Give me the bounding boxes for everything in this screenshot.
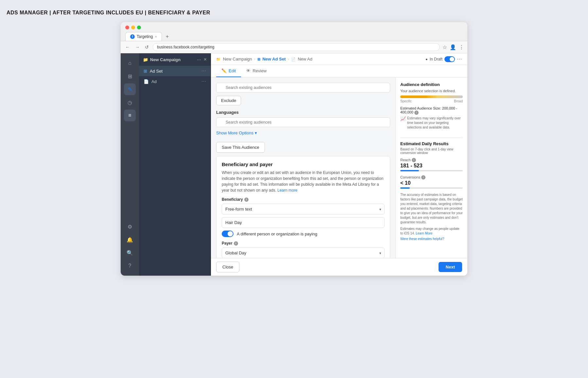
close-button[interactable]: Close (216, 262, 239, 272)
spectrum-bar (400, 95, 463, 98)
beneficiary-type-select[interactable]: Free-form text (222, 204, 385, 215)
audience-search-input[interactable] (216, 83, 390, 93)
reach-info-icon[interactable]: i (412, 158, 416, 162)
spectrum-broad: Broad (454, 99, 463, 103)
browser-dots (125, 26, 463, 29)
nav-item-adset[interactable]: ⊞ Ad Set ⋯ (139, 66, 211, 76)
reload-button[interactable]: ↺ (144, 44, 150, 50)
languages-search-input[interactable] (216, 117, 390, 127)
show-more-label: Show More Options (216, 130, 253, 135)
folder-icon: 📁 (143, 57, 148, 62)
payer-toggle-label: A different person or organization is pa… (237, 232, 317, 236)
ios-learn-more-link[interactable]: Learn More (416, 232, 432, 235)
next-button[interactable]: Next (439, 262, 462, 272)
status-text: In Draft (430, 57, 442, 61)
dot-green[interactable] (137, 26, 141, 29)
account-icon[interactable]: 👤 (450, 44, 456, 50)
payer-toggle-row: A different person or organization is pa… (222, 231, 385, 237)
star-icon[interactable]: ☆ (442, 44, 447, 50)
languages-search-wrapper: 🔍 (216, 117, 390, 127)
est-size-info-icon[interactable]: i (414, 111, 419, 115)
new-tab-button[interactable]: + (163, 32, 171, 41)
sidebar-bell-icon[interactable]: 🔔 (124, 234, 136, 246)
reach-bar (400, 170, 463, 171)
back-button[interactable]: ← (124, 44, 131, 50)
payer-toggle[interactable] (222, 231, 233, 237)
forward-button[interactable]: → (134, 44, 141, 50)
address-bar-row: ← → ↺ ☆ 👤 ⋮ (121, 41, 467, 53)
save-audience-button[interactable]: Save This Audience (216, 142, 265, 153)
adset-label: Ad Set (150, 69, 163, 74)
audience-def-title: Audience definition (400, 82, 463, 87)
top-more-icon[interactable]: ⋯ (457, 56, 462, 62)
beneficiary-payer-title: Beneficiary and payer (222, 162, 385, 167)
conversions-info-icon[interactable]: i (421, 175, 425, 180)
sidebar-list-icon[interactable]: ≡ (124, 110, 136, 121)
sidebar-search-icon[interactable]: 🔍 (124, 247, 136, 259)
tree-close-icon[interactable]: × (204, 57, 207, 62)
toolbar-icons: ☆ 👤 ⋮ (442, 44, 464, 50)
daily-results-sub: Based on 7-day click and 1-day view conv… (400, 147, 463, 155)
exclude-button[interactable]: Exclude (216, 96, 241, 105)
daily-results-title: Estimated Daily Results (400, 141, 463, 146)
browser-window: f Targeting × + ← → ↺ ☆ 👤 ⋮ (121, 22, 467, 276)
learn-more-link[interactable]: Learn more (277, 188, 297, 193)
address-input[interactable] (153, 43, 440, 51)
tree-more-icon[interactable]: ⋯ (197, 57, 201, 62)
accuracy-note: The accuracy of estimates is based on fa… (400, 193, 463, 225)
spectrum-specific: Specific (400, 99, 412, 103)
est-note: Estimates may vary significantly over ti… (407, 116, 463, 130)
browser-tab[interactable]: f Targeting × (125, 32, 162, 41)
beneficiary-text-input[interactable] (222, 217, 385, 228)
nav-tree-header: 📁 New Campaign ⋯ × (139, 53, 211, 66)
draft-toggle[interactable] (444, 56, 455, 62)
menu-icon[interactable]: ⋮ (459, 44, 464, 50)
ad-icon: 📄 (144, 79, 149, 84)
nav-item-ad[interactable]: 📄 Ad ⋯ (139, 76, 211, 87)
adset-more-icon[interactable]: ⋯ (201, 68, 206, 74)
bc-campaign: 📁 New Campaign (216, 57, 252, 61)
sidebar-home-icon[interactable]: ⌂ (124, 57, 136, 69)
tab-close-icon[interactable]: × (155, 35, 157, 39)
tab-label: Targeting (137, 34, 153, 39)
review-eye-icon: 👁 (246, 68, 251, 73)
campaign-label[interactable]: New Campaign (150, 57, 181, 62)
beneficiary-payer-desc: When you create or edit an ad set with a… (222, 170, 385, 193)
show-more-options[interactable]: Show More Options ▾ (216, 130, 390, 135)
left-sidebar: ⌂ ⊞ ✎ ◷ ≡ ⚙ 🔔 🔍 ? (121, 53, 139, 276)
est-chart-icon: 📈 (400, 116, 406, 121)
ad-label: Ad (151, 79, 157, 84)
helpful-estimates-link[interactable]: Were these estimates helpful? (400, 237, 463, 241)
sidebar-edit-icon[interactable]: ✎ (124, 83, 136, 95)
footer-bar: Close Next (211, 258, 467, 276)
dot-red[interactable] (125, 26, 129, 29)
sidebar-bottom: ⚙ 🔔 🔍 ? (124, 221, 136, 272)
payer-info-icon[interactable]: i (234, 241, 238, 246)
bc-ad: 📄 New Ad (291, 57, 312, 61)
reach-value: 181 - 523 (400, 163, 463, 169)
chevron-down-icon: ▾ (255, 130, 257, 135)
beneficiary-info-icon[interactable]: i (244, 198, 249, 202)
sidebar-settings-icon[interactable]: ⚙ (124, 221, 136, 232)
tab-review[interactable]: 👁 Review (241, 65, 272, 77)
ad-more-icon[interactable]: ⋯ (201, 79, 206, 84)
breadcrumb: 📁 New Campaign › ⊞ New Ad Set › 📄 New Ad (216, 57, 312, 61)
ios-note: Estimates may change as people update to… (400, 227, 463, 236)
tab-edit[interactable]: ✏️ Edit (216, 65, 241, 77)
dot-yellow[interactable] (131, 26, 135, 29)
payer-field-label: Payer i (222, 241, 385, 246)
payer-select[interactable]: Global Day (222, 248, 385, 258)
nav-tree: 📁 New Campaign ⋯ × ⊞ Ad Set ⋯ 📄 Ad (139, 53, 211, 276)
bc-adset: ⊞ New Ad Set (257, 57, 286, 61)
sidebar-help-icon[interactable]: ? (124, 260, 136, 272)
edit-review-tabs: ✏️ Edit 👁 Review (211, 65, 467, 77)
right-panel: Audience definition Your audience select… (395, 77, 467, 258)
payer-select-wrapper: Global Day ▾ (222, 248, 385, 258)
reach-bar-fill (400, 170, 419, 171)
content-area: 🔍 Exclude Languages 🔍 Show More Opti (211, 77, 467, 258)
tab-bar: f Targeting × + (125, 32, 463, 41)
draft-badge: ● In Draft ⋯ (425, 56, 462, 62)
sidebar-grid-icon[interactable]: ⊞ (124, 70, 136, 82)
tab-favicon: f (130, 34, 135, 39)
sidebar-clock-icon[interactable]: ◷ (124, 96, 136, 108)
